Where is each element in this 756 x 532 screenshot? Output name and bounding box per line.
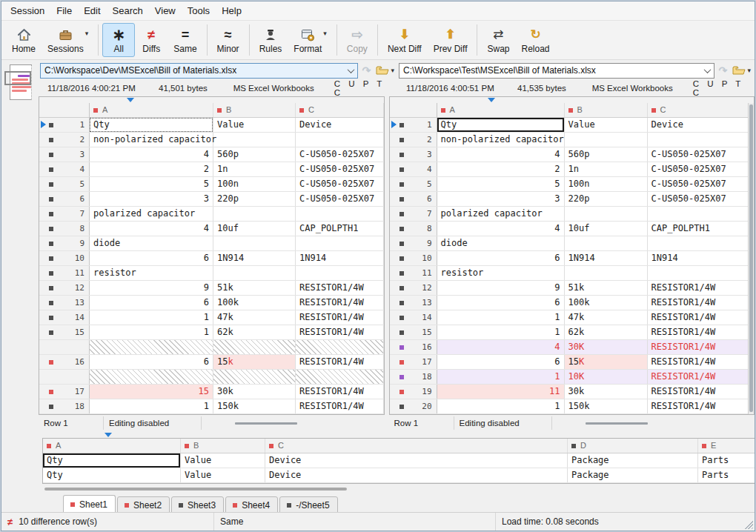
grid-cell[interactable] [565, 236, 648, 250]
sheet-tab-sheet5[interactable]: -/Sheet5 [279, 496, 337, 512]
grid-cell[interactable]: polarized capacitor [437, 207, 565, 221]
grid-cell[interactable] [296, 266, 384, 280]
grid-cell[interactable]: 62k [565, 325, 648, 339]
sheet-tab-sheet3[interactable]: Sheet3 [171, 496, 224, 512]
toolbar-home-button[interactable]: Home [6, 23, 42, 57]
grid-cell[interactable]: RESISTOR1/4W [648, 340, 754, 354]
grid-cell[interactable]: polarized capacitor [90, 207, 213, 221]
horizontal-scrollbar[interactable] [42, 486, 755, 492]
grid-cell[interactable]: 4 [437, 222, 565, 236]
sheet-tab-sheet2[interactable]: Sheet2 [117, 496, 170, 512]
menu-item-view[interactable]: View [149, 2, 182, 19]
menu-item-help[interactable]: Help [216, 2, 248, 19]
grid-cell[interactable]: 1n [213, 162, 296, 176]
row-gutter[interactable]: 14 [390, 310, 437, 325]
menu-item-file[interactable]: File [50, 2, 78, 19]
grid-cell[interactable]: RESISTOR1/4W [296, 399, 384, 413]
row-gutter[interactable]: 20 [390, 399, 437, 413]
grid-cell[interactable]: 30K [565, 340, 648, 354]
row-gutter[interactable]: 11 [39, 266, 90, 280]
row-gutter[interactable]: 15 [390, 325, 437, 339]
row-gutter[interactable]: 17 [390, 355, 437, 369]
grid-cell[interactable] [648, 236, 754, 250]
menu-item-search[interactable]: Search [107, 2, 149, 19]
menu-item-session[interactable]: Session [4, 2, 50, 19]
grid-cell[interactable]: RESISTOR1/4W [648, 370, 754, 384]
detail-cell[interactable]: Value [181, 468, 265, 482]
row-gutter[interactable]: 1 [390, 118, 437, 132]
grid-cell[interactable]: 3 [437, 192, 565, 206]
row-gutter[interactable]: 6 [390, 192, 437, 206]
chevron-down-icon[interactable]: ▾ [323, 30, 327, 37]
grid-cell[interactable]: 560p [565, 147, 648, 162]
left-path-dropdown-button[interactable] [345, 64, 357, 78]
grid-cell[interactable]: 62k [213, 325, 296, 339]
detail-cell[interactable]: Parts [698, 468, 755, 482]
toolbar-all-button[interactable]: ∗All [102, 23, 135, 57]
grid-cell[interactable]: 47k [213, 310, 296, 325]
grid-cell[interactable]: RESISTOR1/4W [296, 385, 384, 399]
column-header-b[interactable]: B [213, 103, 296, 117]
detail-cell[interactable]: Device [265, 453, 568, 468]
menu-item-tools[interactable]: Tools [182, 2, 216, 19]
grid-cell[interactable] [213, 133, 296, 147]
grid-cell[interactable] [296, 236, 384, 250]
grid-cell[interactable]: C-US050-025X07 [296, 147, 384, 162]
grid-cell[interactable]: C-US050-025X07 [648, 162, 754, 176]
grid-cell[interactable]: 30k [565, 385, 648, 399]
grid-cell[interactable]: 10uf [565, 222, 648, 236]
grid-cell[interactable]: 3 [90, 192, 213, 206]
column-header-c[interactable]: C [648, 103, 754, 117]
row-gutter[interactable]: 9 [39, 236, 90, 250]
grid-cell[interactable]: 100k [565, 296, 648, 310]
row-gutter[interactable]: 1 [39, 118, 90, 132]
row-gutter[interactable]: 12 [390, 281, 437, 295]
right-path-input[interactable]: C:\Workspace\Test\MSExcel\Bill of Materi… [399, 63, 714, 79]
grid-cell[interactable]: Value [565, 118, 648, 132]
row-gutter[interactable]: 4 [39, 162, 90, 176]
row-gutter[interactable]: 3 [39, 147, 90, 162]
grid-cell[interactable]: CAP_POLPTH1 [648, 222, 754, 236]
grid-cell[interactable]: 47k [565, 310, 648, 325]
detail-column-header-e[interactable]: E [698, 439, 755, 453]
toolbar-format-button[interactable]: Format▾ [288, 23, 333, 57]
grid-cell[interactable]: Qty [437, 118, 565, 132]
grid-cell[interactable]: resistor [437, 266, 565, 280]
toolbar-rules-button[interactable]: Rules [253, 23, 288, 57]
detail-cell[interactable]: Package [568, 453, 698, 468]
row-gutter[interactable] [39, 340, 90, 354]
grid-cell[interactable]: 15 [90, 385, 213, 399]
grid-cell[interactable]: 51k [565, 281, 648, 295]
right-file-flags[interactable]: C U P T C [693, 79, 755, 97]
grid-cell[interactable]: 2 [90, 162, 213, 176]
grid-cell[interactable]: 220p [565, 192, 648, 206]
grid-cell[interactable]: RESISTOR1/4W [648, 310, 754, 325]
sheet-tab-sheet4[interactable]: Sheet4 [225, 496, 278, 512]
grid-cell[interactable]: 1 [437, 399, 565, 413]
right-mini-scrollbar[interactable] [586, 422, 648, 425]
grid-cell[interactable]: CAP_POLPTH1 [296, 222, 384, 236]
grid-cell[interactable]: 4 [437, 340, 565, 354]
grid-cell[interactable]: 1 [437, 310, 565, 325]
right-file-format[interactable]: MS Excel Workbooks [592, 84, 693, 93]
grid-cell[interactable]: RESISTOR1/4W [648, 385, 754, 399]
grid-cell[interactable]: 6 [437, 251, 565, 265]
column-header-b[interactable]: B [565, 103, 648, 117]
vertical-scrollbar[interactable] [748, 103, 754, 414]
toolbar-swap-button[interactable]: ⇄Swap [481, 23, 515, 57]
thumbnail-viewport[interactable] [4, 71, 31, 85]
grid-cell[interactable]: 9 [90, 281, 213, 295]
sheet-tab-sheet1[interactable]: Sheet1 [63, 495, 116, 512]
grid-cell[interactable]: 1N914 [648, 251, 754, 265]
grid-cell[interactable]: C-US050-025X07 [648, 192, 754, 206]
row-gutter[interactable]: 19 [390, 385, 437, 399]
detail-column-header-a[interactable]: A [43, 439, 181, 453]
row-gutter[interactable]: 18 [390, 370, 437, 384]
grid-cell[interactable]: 560p [213, 147, 296, 162]
detail-cell[interactable]: Package [568, 468, 698, 482]
toolbar-next-diff-button[interactable]: ⬇︎Next Diff [382, 23, 428, 57]
grid-cell[interactable]: diode [90, 236, 213, 250]
grid-cell[interactable]: 4 [90, 147, 213, 162]
grid-cell[interactable]: 9 [437, 281, 565, 295]
row-gutter[interactable]: 5 [39, 177, 90, 191]
